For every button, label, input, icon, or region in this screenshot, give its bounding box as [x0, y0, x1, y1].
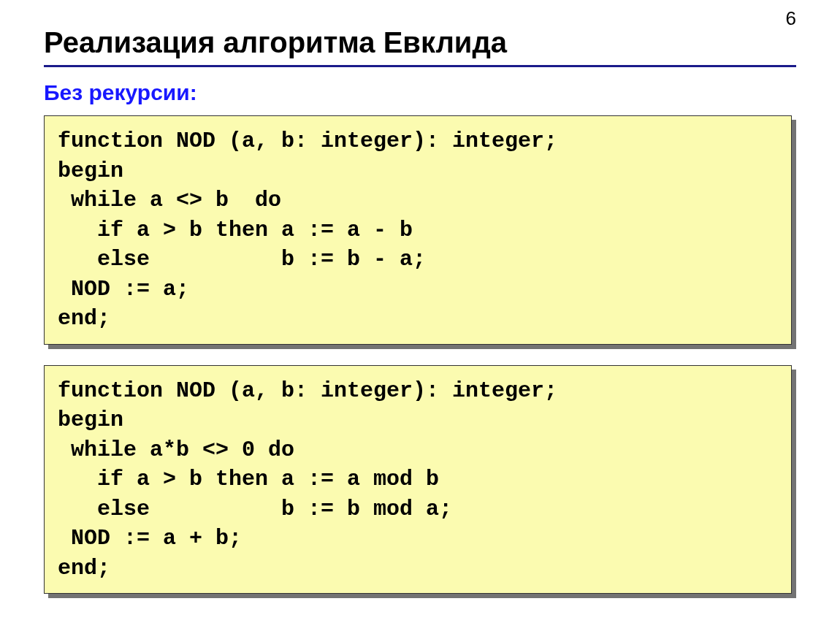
- title-divider: [44, 65, 796, 67]
- code-block-subtraction: function NOD (a, b: integer): integer; b…: [44, 115, 792, 345]
- subheading: Без рекурсии:: [44, 80, 796, 105]
- code-block-mod: function NOD (a, b: integer): integer; b…: [44, 365, 792, 594]
- slide: 6 Реализация алгоритма Евклида Без рекур…: [0, 0, 840, 631]
- page-number: 6: [786, 7, 796, 30]
- slide-title: Реализация алгоритма Евклида: [44, 26, 796, 59]
